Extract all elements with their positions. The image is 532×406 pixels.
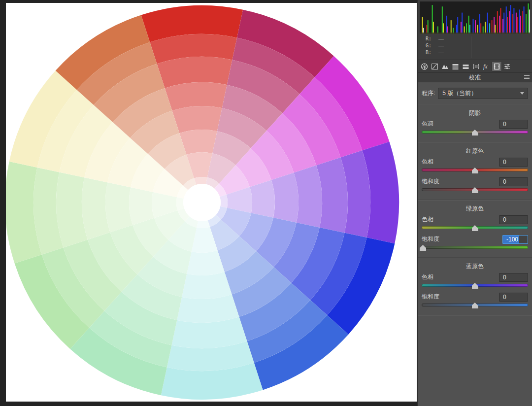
tab-effects[interactable]: fx <box>481 61 492 71</box>
slider-value-input[interactable]: 0 <box>499 177 528 186</box>
slider-value-input[interactable]: 0 <box>499 120 528 129</box>
fx-icon: fx <box>482 63 491 70</box>
slider-row: 色相0 <box>422 215 528 224</box>
slider-row: 饱和度0 <box>422 292 528 302</box>
section-divider <box>418 142 532 143</box>
section-0: 阴影色调0 <box>418 109 532 142</box>
mountains-icon <box>441 63 449 70</box>
slider-value-input[interactable]: 0 <box>499 215 528 224</box>
slider <box>422 225 528 232</box>
rgb-value-r: —— <box>438 35 443 42</box>
document-pasteboard <box>0 0 418 406</box>
tab-detail[interactable] <box>440 61 450 71</box>
svg-text:fx: fx <box>483 63 488 70</box>
section-3: 蓝原色色相0饱和度0 <box>418 262 532 315</box>
histogram-zone: R:—— G:—— B:—— <box>418 0 532 60</box>
slider-track[interactable] <box>422 246 528 249</box>
section-title: 阴影 <box>422 109 528 117</box>
adjustments-panel: R:—— G:—— B:—— <box>418 0 532 406</box>
panel-menu-icon[interactable] <box>524 75 530 79</box>
process-version-select[interactable]: 5 版（当前） <box>438 88 528 99</box>
tab-lens-corrections[interactable] <box>471 61 481 71</box>
tab-presets[interactable] <box>502 61 512 71</box>
process-label: 程序: <box>422 89 435 98</box>
calibration-panel: 程序: 5 版（当前） 阴影色调0红原色色相0饱和度0绿原色色相0饱和度-100… <box>418 82 532 406</box>
tab-basic[interactable] <box>419 61 430 71</box>
slider-row: 色调0 <box>422 119 528 129</box>
rgb-label-b: B: <box>426 50 432 55</box>
tab-hsl-grayscale[interactable] <box>450 61 461 71</box>
slider <box>422 129 528 136</box>
histogram <box>420 1 530 34</box>
section-title: 绿原色 <box>422 204 528 213</box>
color-wheel-image <box>6 3 417 402</box>
slider-row: 饱和度0 <box>422 177 528 186</box>
lens-correction-icon <box>472 63 480 70</box>
slider-label: 色相 <box>422 215 433 224</box>
panel-header: 校准 <box>418 72 532 82</box>
rgb-row-red: R:—— <box>418 35 532 42</box>
rgb-readout: R:—— G:—— B:—— <box>418 35 532 59</box>
slider-sections: 阴影色调0红原色色相0饱和度0绿原色色相0饱和度-100蓝原色色相0饱和度0 <box>418 109 532 316</box>
wheel-segment-pale-aqua <box>182 272 232 299</box>
slider-label: 色相 <box>422 158 433 166</box>
section-divider <box>418 257 532 258</box>
wheel-segment-pale-yellow-green <box>105 182 133 232</box>
section-divider <box>418 104 532 105</box>
section-title: 蓝原色 <box>422 262 528 271</box>
tone-curve-icon <box>431 63 439 70</box>
slider-label: 饱和度 <box>422 177 439 186</box>
slider-value-input[interactable]: 0 <box>499 273 528 282</box>
slider <box>422 167 528 174</box>
rgb-value-b: —— <box>438 49 443 56</box>
slider-value-input[interactable]: -100 <box>502 235 528 244</box>
wheel-center <box>183 184 221 221</box>
wheel-segment-violet <box>220 195 228 208</box>
section-title: 红原色 <box>422 147 528 155</box>
wheel-segment-pale-aqua <box>197 220 210 228</box>
slider-label: 色调 <box>422 120 433 128</box>
process-version-value: 5 版（当前） <box>442 89 477 98</box>
rgb-row-green: G:—— <box>418 42 532 49</box>
panel-tabs: fx <box>418 60 532 72</box>
wheel-segment-violet <box>271 172 299 222</box>
app-window: R:—— G:—— B:—— <box>0 0 532 406</box>
slider <box>422 282 528 289</box>
rgb-label-r: R: <box>426 36 432 41</box>
rgb-label-g: G: <box>426 43 432 48</box>
rgb-value-g: —— <box>438 42 443 49</box>
rgb-row-blue: B:—— <box>418 49 532 56</box>
slider-label: 色相 <box>422 273 433 281</box>
tab-split-toning[interactable] <box>461 61 471 71</box>
slider-row: 色相0 <box>422 157 528 167</box>
aperture-icon <box>420 63 429 70</box>
panel-title: 校准 <box>418 73 532 82</box>
hsl-bars-icon <box>451 63 460 70</box>
slider <box>422 187 528 194</box>
document-canvas[interactable] <box>6 3 417 402</box>
section-2: 绿原色色相0饱和度-100 <box>418 204 532 257</box>
tab-tone-curve[interactable] <box>430 61 440 71</box>
split-toning-icon <box>462 63 470 70</box>
wheel-segment-pale-yellow-green <box>176 197 184 210</box>
camera-calibration-icon <box>493 63 501 70</box>
slider-label: 饱和度 <box>422 293 439 301</box>
slider-row: 饱和度-100 <box>422 235 528 244</box>
presets-sliders-icon <box>503 63 511 70</box>
slider-row: 色相0 <box>422 272 528 282</box>
section-1: 红原色色相0饱和度0 <box>418 147 532 200</box>
chevron-down-icon <box>520 92 524 95</box>
process-row: 程序: 5 版（当前） <box>422 88 528 99</box>
section-divider <box>418 315 532 316</box>
readout-divider <box>471 36 471 58</box>
slider-label: 饱和度 <box>422 235 439 243</box>
slider-value-input[interactable]: 0 <box>499 293 528 302</box>
slider-value-input[interactable]: 0 <box>499 158 528 167</box>
slider <box>422 302 528 309</box>
wheel-segment-red <box>172 106 222 133</box>
slider <box>422 244 528 251</box>
section-divider <box>418 200 532 201</box>
wheel-segment-red <box>194 177 207 185</box>
selected-text: -100 <box>503 236 519 243</box>
tab-calibration[interactable] <box>492 61 502 71</box>
